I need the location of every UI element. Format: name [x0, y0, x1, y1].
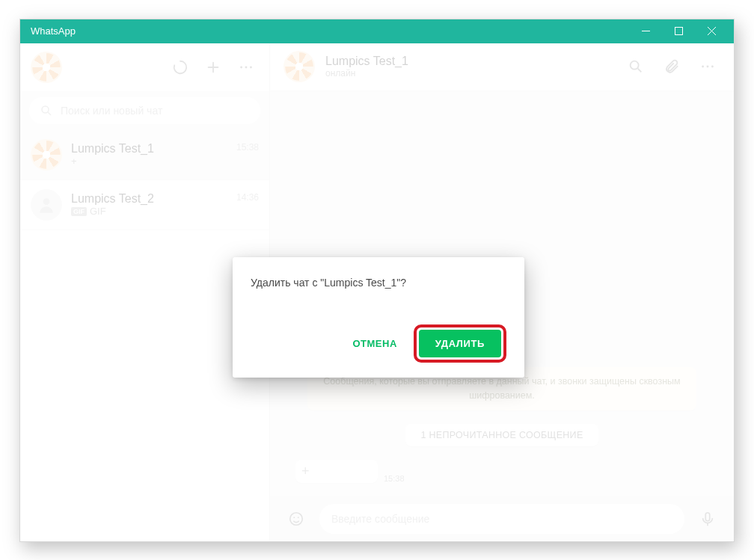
svg-point-16: [711, 66, 714, 68]
whatsapp-window: WhatsApp: [19, 19, 735, 542]
svg-point-14: [702, 66, 704, 68]
conversation-menu-icon[interactable]: [695, 54, 720, 79]
conversation-header[interactable]: Lumpics Test_1 онлайн: [270, 43, 734, 91]
message-composer: [270, 496, 734, 541]
svg-point-7: [245, 66, 248, 68]
contact-status: онлайн: [325, 68, 613, 79]
gif-badge: GIF: [71, 207, 87, 216]
unread-banner: 1 НЕПРОЧИТАННОЕ СООБЩЕНИЕ: [405, 424, 598, 446]
dialog-text: Удалить чат с "Lumpics Test_1"?: [251, 277, 506, 289]
sidebar-header: [20, 43, 269, 91]
search-input-wrap[interactable]: [29, 97, 260, 124]
search-input[interactable]: [61, 105, 250, 117]
emoji-icon[interactable]: [283, 506, 309, 532]
delete-button-highlight: УДАЛИТЬ: [414, 324, 506, 363]
svg-line-10: [48, 112, 51, 115]
contact-name: Lumpics Test_1: [325, 55, 613, 68]
search-in-chat-icon[interactable]: [623, 54, 649, 79]
self-avatar[interactable]: [31, 52, 62, 83]
chat-list-item[interactable]: Lumpics Test_1 + 15:38: [20, 130, 269, 180]
svg-point-11: [43, 198, 50, 205]
svg-point-6: [240, 66, 242, 68]
svg-line-13: [638, 69, 642, 73]
window-title: WhatsApp: [31, 25, 629, 37]
contact-avatar[interactable]: [283, 51, 315, 82]
chat-list-item[interactable]: Lumpics Test_2 GIF GIF 14:36: [20, 180, 269, 230]
search-bar: [20, 91, 269, 130]
window-titlebar: WhatsApp: [20, 19, 734, 43]
message-input-shell[interactable]: [319, 504, 684, 534]
svg-rect-1: [675, 28, 682, 35]
chat-avatar: [31, 139, 62, 170]
svg-rect-20: [705, 512, 710, 520]
window-minimize-button[interactable]: [629, 19, 662, 43]
menu-icon[interactable]: [233, 55, 259, 80]
chat-time: 14:36: [236, 192, 259, 203]
chat-preview: +: [71, 156, 227, 167]
message-row: + 15:38: [295, 460, 708, 483]
search-icon: [40, 104, 53, 117]
window-maximize-button[interactable]: [662, 19, 695, 43]
window-close-button[interactable]: [695, 19, 728, 43]
delete-button[interactable]: УДАЛИТЬ: [419, 330, 501, 357]
app-body: Lumpics Test_1 + 15:38 Lumpics Test_2 GI…: [20, 43, 734, 541]
message-content: +: [301, 464, 310, 479]
svg-point-19: [298, 517, 299, 518]
svg-point-17: [290, 512, 303, 525]
chat-name: Lumpics Test_2: [71, 192, 227, 206]
mic-icon[interactable]: [695, 506, 720, 532]
dialog-actions: ОТМЕНА УДАЛИТЬ: [251, 324, 506, 363]
chat-time: 15:38: [236, 142, 259, 153]
status-icon[interactable]: [168, 55, 193, 80]
svg-point-15: [707, 66, 709, 68]
delete-chat-dialog: Удалить чат с "Lumpics Test_1"? ОТМЕНА У…: [233, 257, 524, 378]
svg-point-12: [631, 61, 639, 70]
new-chat-icon[interactable]: [200, 55, 226, 80]
chat-preview: GIF GIF: [71, 206, 227, 217]
svg-point-18: [293, 517, 295, 518]
chat-avatar: [31, 189, 62, 221]
chat-name: Lumpics Test_1: [71, 142, 227, 156]
attach-icon[interactable]: [659, 54, 684, 79]
svg-point-9: [42, 106, 49, 113]
message-time: 15:38: [384, 474, 405, 483]
cancel-button[interactable]: ОТМЕНА: [340, 330, 408, 357]
message-bubble[interactable]: +: [295, 460, 378, 483]
svg-point-8: [250, 66, 252, 68]
message-input[interactable]: [331, 513, 672, 525]
